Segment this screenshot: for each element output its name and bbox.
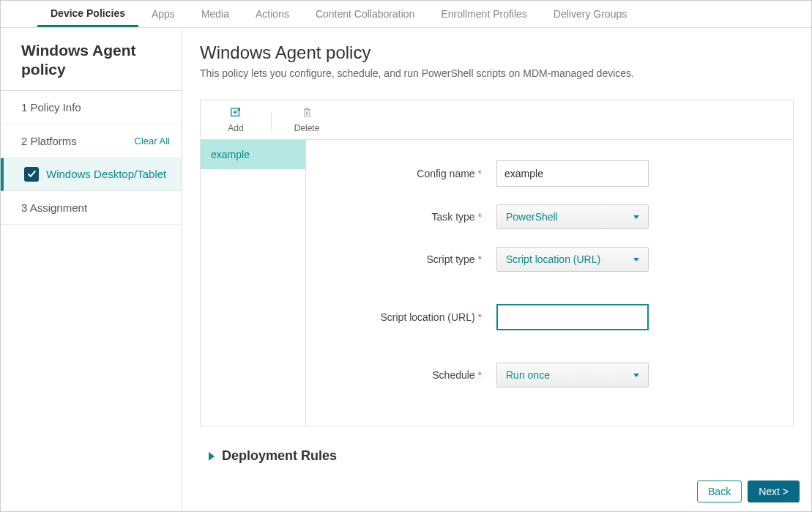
tab-apps[interactable]: Apps <box>138 1 188 27</box>
chevron-down-icon <box>633 215 639 219</box>
schedule-label: Schedule * <box>321 369 496 381</box>
config-name-input[interactable] <box>496 160 649 187</box>
task-type-select[interactable]: PowerShell <box>496 204 649 229</box>
sidebar-step-assignment[interactable]: 3 Assignment <box>1 191 182 225</box>
trash-icon <box>302 108 312 120</box>
script-location-label: Script location (URL) * <box>321 311 496 323</box>
content-area: Windows Agent policy This policy lets yo… <box>182 28 811 511</box>
add-button[interactable]: Add <box>201 108 271 133</box>
form-area: Config name * Task type * PowerShell <box>306 140 793 426</box>
script-location-input[interactable] <box>496 304 649 330</box>
script-type-select[interactable]: Script location (URL) <box>496 247 649 272</box>
delete-button[interactable]: Delete <box>272 108 342 133</box>
panel-toolbar: Add Delete <box>201 100 793 139</box>
chevron-down-icon <box>633 258 639 261</box>
sidebar-step-platforms[interactable]: 2 Platforms Clear All <box>1 125 182 158</box>
config-name-label: Config name * <box>321 168 496 179</box>
config-list: example <box>201 140 306 426</box>
config-panel: Add Delete example <box>200 100 794 426</box>
checkbox-checked-icon[interactable] <box>24 167 39 182</box>
schedule-select[interactable]: Run once <box>496 363 649 387</box>
tab-media[interactable]: Media <box>188 1 242 27</box>
sidebar-platform-windows[interactable]: Windows Desktop/Tablet <box>1 158 182 191</box>
page-description: This policy lets you configure, schedule… <box>200 67 794 79</box>
schedule-value: Run once <box>506 369 550 381</box>
list-item[interactable]: example <box>201 140 305 169</box>
deployment-rules-section[interactable]: Deployment Rules <box>200 444 794 477</box>
chevron-down-icon <box>633 374 639 377</box>
add-icon <box>231 108 241 120</box>
tab-delivery-groups[interactable]: Delivery Groups <box>540 1 640 27</box>
tab-enrollment-profiles[interactable]: Enrollment Profiles <box>428 1 540 27</box>
back-button[interactable]: Back <box>697 481 742 502</box>
deployment-rules-title: Deployment Rules <box>222 448 337 464</box>
sidebar-step-platforms-label: 2 Platforms <box>21 135 77 147</box>
task-type-value: PowerShell <box>506 211 558 223</box>
delete-label: Delete <box>294 123 320 133</box>
tab-device-policies[interactable]: Device Policies <box>37 1 138 27</box>
clear-all-link[interactable]: Clear All <box>135 136 170 146</box>
sidebar-title: Windows Agent policy <box>1 28 182 91</box>
task-type-label: Task type * <box>321 211 496 223</box>
next-button[interactable]: Next > <box>748 481 800 502</box>
add-label: Add <box>228 123 243 133</box>
tab-content-collaboration[interactable]: Content Collaboration <box>302 1 428 27</box>
top-tabs: Device Policies Apps Media Actions Conte… <box>1 1 811 28</box>
footer-buttons: Back Next > <box>697 481 800 502</box>
page-title: Windows Agent policy <box>200 42 794 63</box>
sidebar-platform-label: Windows Desktop/Tablet <box>46 168 166 180</box>
sidebar: Windows Agent policy 1 Policy Info 2 Pla… <box>1 28 182 511</box>
script-type-value: Script location (URL) <box>506 253 600 265</box>
script-type-label: Script type * <box>321 253 496 265</box>
tab-actions[interactable]: Actions <box>242 1 302 27</box>
expand-icon <box>209 452 215 461</box>
sidebar-step-policy-info[interactable]: 1 Policy Info <box>1 91 182 125</box>
